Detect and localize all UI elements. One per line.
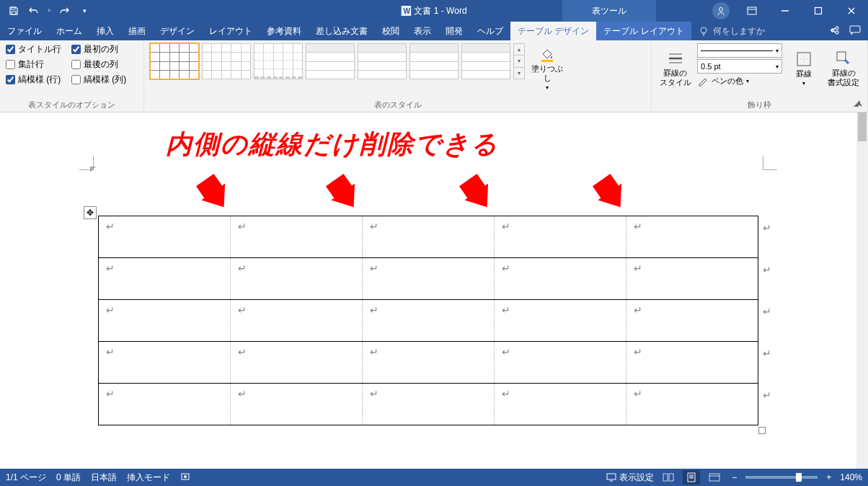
check-last-column[interactable]: 最後の列 (71, 58, 126, 71)
view-web-layout[interactable] (706, 470, 723, 485)
ruler-corner-left (79, 156, 94, 170)
zoom-level[interactable]: 140% (840, 472, 862, 482)
status-language[interactable]: 日本語 (91, 472, 117, 484)
tab-help[interactable]: ヘルプ (470, 22, 510, 40)
minimize-button[interactable] (769, 0, 802, 22)
tab-layout[interactable]: レイアウト (202, 22, 260, 40)
tab-view[interactable]: 表示 (407, 22, 438, 40)
table-row[interactable]: ↵↵↵↵↵ (99, 300, 758, 342)
table-style-thumb[interactable] (409, 43, 459, 79)
svg-rect-19 (663, 474, 668, 481)
comments-button[interactable] (849, 25, 862, 38)
qat-customize-button[interactable]: ▾ (75, 1, 94, 20)
tab-review[interactable]: 校閲 (375, 22, 407, 40)
line-style-combo[interactable]: ▾ (697, 43, 782, 58)
zoom-slider[interactable] (745, 476, 818, 479)
svg-rect-5 (748, 7, 756, 14)
table-style-gallery[interactable]: ▴▾▾ (150, 43, 525, 79)
view-print-layout[interactable] (683, 470, 700, 485)
tab-references[interactable]: 参考資料 (260, 22, 309, 40)
chevron-down-icon: ▾ (546, 84, 549, 92)
status-page[interactable]: 1/1 ページ (6, 472, 46, 484)
svg-rect-18 (607, 474, 616, 480)
view-read-mode[interactable] (660, 470, 677, 485)
border-painter-button[interactable]: 罫線の 書式設定 (826, 43, 862, 94)
redo-button[interactable] (55, 1, 74, 20)
group-label-table-styles: 表のスタイル (150, 98, 645, 110)
status-insert-mode[interactable]: 挿入モード (127, 472, 170, 484)
svg-marker-12 (193, 174, 228, 214)
borders-button[interactable]: 罫線 ▾ (787, 43, 822, 94)
maximize-button[interactable] (802, 0, 835, 22)
shading-button[interactable]: 塗りつぶし ▾ (529, 43, 565, 94)
pen-weight-value: 0.5 pt (701, 62, 721, 71)
status-word-count[interactable]: 0 単語 (56, 472, 81, 484)
table-style-thumb[interactable] (358, 43, 407, 79)
window-title: W 文書 1 - Word (401, 5, 466, 17)
save-button[interactable] (4, 1, 23, 20)
svg-point-4 (719, 8, 723, 12)
table-resize-handle[interactable] (758, 427, 766, 434)
border-style-icon (667, 50, 684, 67)
tell-me-search[interactable]: 何をしますか (691, 22, 772, 40)
tab-table-layout[interactable]: テーブル レイアウト (596, 22, 691, 40)
account-button[interactable] (712, 2, 730, 19)
annotation-arrow (451, 174, 491, 214)
scrollbar-thumb[interactable] (858, 112, 867, 141)
vertical-scrollbar[interactable] (856, 112, 868, 469)
tab-file[interactable]: ファイル (0, 22, 49, 40)
table-style-thumb[interactable] (461, 43, 510, 79)
zoom-slider-knob[interactable] (796, 473, 802, 482)
table-move-handle[interactable]: ✥ (84, 206, 97, 219)
tab-design[interactable]: デザイン (153, 22, 202, 40)
gallery-expand-button[interactable]: ▴▾▾ (513, 43, 525, 79)
undo-button[interactable] (25, 1, 43, 20)
check-header-row[interactable]: タイトル行 (6, 43, 61, 56)
macro-recording-button[interactable] (180, 472, 190, 484)
pen-icon (697, 75, 709, 87)
share-button[interactable] (828, 25, 839, 38)
table-row[interactable]: ↵↵↵↵↵ (99, 342, 758, 384)
tab-draw[interactable]: 描画 (121, 22, 153, 40)
svg-rect-11 (837, 52, 846, 61)
chevron-down-icon: ▾ (776, 48, 779, 54)
close-button[interactable] (835, 0, 868, 22)
group-borders: 罫線の スタイル ▾ 0.5 pt▾ ペンの色 ▾ 罫線 ▾ 罫線の 書式設定 (652, 40, 868, 112)
document-table[interactable]: ↵↵↵↵↵ ↵↵↵↵↵ ↵↵↵↵↵ ↵↵↵↵↵ ↵↵↵↵↵ (98, 216, 758, 425)
svg-marker-15 (590, 174, 624, 214)
check-banded-rows[interactable]: 縞模様 (行) (6, 74, 61, 86)
ribbon: タイトル行 集計行 縞模様 (行) 最初の列 最後の列 縞模様 (列) 表スタイ… (0, 40, 868, 112)
tab-mailings[interactable]: 差し込み文書 (309, 22, 375, 40)
pen-color-button[interactable]: ペンの色 ▾ (697, 75, 782, 87)
check-banded-columns[interactable]: 縞模様 (列) (71, 74, 126, 86)
border-styles-button[interactable]: 罫線の スタイル (657, 43, 693, 94)
table-style-thumb[interactable] (306, 43, 355, 79)
collapse-ribbon-button[interactable]: ⮝ (854, 97, 865, 109)
table-style-thumb[interactable] (202, 43, 251, 79)
group-table-style-options: タイトル行 集計行 縞模様 (行) 最初の列 最後の列 縞模様 (列) 表スタイ… (0, 40, 144, 112)
paragraph-mark: ↵ (763, 389, 771, 402)
table-style-thumb[interactable] (150, 43, 199, 79)
tab-home[interactable]: ホーム (49, 22, 89, 40)
zoom-in-button[interactable]: + (823, 472, 834, 482)
paint-bucket-icon (539, 45, 556, 63)
border-painter-icon (835, 50, 852, 67)
table-style-thumb[interactable] (254, 43, 303, 79)
display-settings-button[interactable]: 表示設定 (606, 472, 654, 484)
table-row[interactable]: ↵↵↵↵↵ (99, 384, 758, 425)
table-row[interactable]: ↵↵↵↵↵ (99, 258, 758, 300)
border-painter-label: 罫線の 書式設定 (828, 69, 859, 87)
tab-table-design[interactable]: テーブル デザイン (510, 22, 596, 40)
check-first-column[interactable]: 最初の列 (71, 43, 126, 56)
table-row[interactable]: ↵↵↵↵↵ (99, 216, 758, 258)
tab-developer[interactable]: 開発 (438, 22, 470, 40)
chevron-down-icon: ▾ (802, 80, 805, 87)
zoom-out-button[interactable]: − (729, 472, 740, 482)
pen-weight-combo[interactable]: 0.5 pt▾ (697, 59, 782, 74)
ribbon-display-options-button[interactable] (735, 0, 769, 22)
svg-point-7 (701, 27, 707, 33)
document-area[interactable]: 内側の縦線だけ削除できる ✥ ↵↵↵↵↵ ↵↵↵↵↵ ↵↵↵↵↵ ↵↵↵↵↵ ↵… (0, 112, 856, 469)
tell-me-label: 何をしますか (713, 25, 765, 37)
check-total-row[interactable]: 集計行 (6, 58, 61, 71)
tab-insert[interactable]: 挿入 (89, 22, 121, 40)
